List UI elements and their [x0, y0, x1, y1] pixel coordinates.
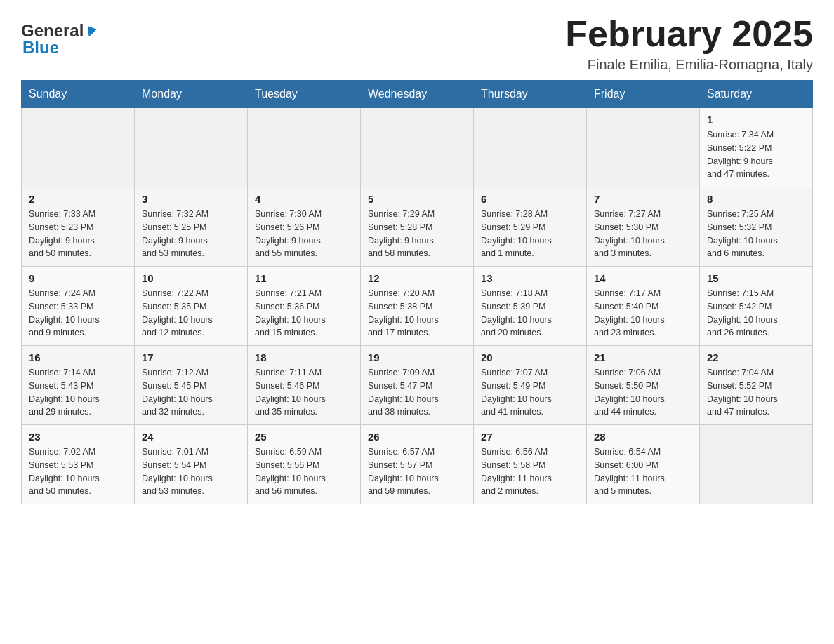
day-info: Sunrise: 7:32 AM Sunset: 5:25 PM Dayligh… [142, 208, 240, 260]
day-number: 6 [481, 193, 579, 205]
calendar-week-row: 1Sunrise: 7:34 AM Sunset: 5:22 PM Daylig… [22, 108, 813, 187]
day-info: Sunrise: 7:01 AM Sunset: 5:54 PM Dayligh… [142, 445, 240, 498]
header-monday: Monday [135, 81, 248, 108]
day-info: Sunrise: 7:21 AM Sunset: 5:36 PM Dayligh… [255, 287, 353, 340]
page-header: General Blue February 2025 Finale Emilia… [21, 14, 813, 73]
table-row: 19Sunrise: 7:09 AM Sunset: 5:47 PM Dayli… [361, 346, 474, 425]
table-row: 27Sunrise: 6:56 AM Sunset: 5:58 PM Dayli… [474, 425, 587, 504]
table-row: 21Sunrise: 7:06 AM Sunset: 5:50 PM Dayli… [587, 346, 700, 425]
table-row: 9Sunrise: 7:24 AM Sunset: 5:33 PM Daylig… [22, 267, 135, 346]
logo: General Blue [21, 14, 95, 58]
table-row: 24Sunrise: 7:01 AM Sunset: 5:54 PM Dayli… [135, 425, 248, 504]
day-number: 15 [707, 272, 805, 284]
table-row: 17Sunrise: 7:12 AM Sunset: 5:45 PM Dayli… [135, 346, 248, 425]
table-row: 22Sunrise: 7:04 AM Sunset: 5:52 PM Dayli… [700, 346, 813, 425]
table-row: 2Sunrise: 7:33 AM Sunset: 5:23 PM Daylig… [22, 187, 135, 267]
day-info: Sunrise: 7:15 AM Sunset: 5:42 PM Dayligh… [707, 287, 805, 340]
calendar-table: Sunday Monday Tuesday Wednesday Thursday… [21, 80, 813, 504]
title-block: February 2025 Finale Emilia, Emilia-Roma… [565, 14, 813, 73]
day-info: Sunrise: 7:33 AM Sunset: 5:23 PM Dayligh… [29, 208, 127, 260]
table-row: 23Sunrise: 7:02 AM Sunset: 5:53 PM Dayli… [22, 425, 135, 504]
table-row: 5Sunrise: 7:29 AM Sunset: 5:28 PM Daylig… [361, 187, 474, 267]
day-number: 3 [142, 193, 240, 205]
logo-triangle-icon [84, 26, 97, 39]
day-info: Sunrise: 7:12 AM Sunset: 5:45 PM Dayligh… [142, 366, 240, 419]
table-row: 3Sunrise: 7:32 AM Sunset: 5:25 PM Daylig… [135, 187, 248, 267]
table-row: 14Sunrise: 7:17 AM Sunset: 5:40 PM Dayli… [587, 267, 700, 346]
day-number: 27 [481, 431, 579, 443]
day-info: Sunrise: 7:06 AM Sunset: 5:50 PM Dayligh… [594, 366, 692, 419]
table-row: 1Sunrise: 7:34 AM Sunset: 5:22 PM Daylig… [700, 108, 813, 187]
day-number: 18 [255, 351, 353, 363]
calendar-week-row: 2Sunrise: 7:33 AM Sunset: 5:23 PM Daylig… [22, 187, 813, 267]
day-info: Sunrise: 7:02 AM Sunset: 5:53 PM Dayligh… [29, 445, 127, 498]
logo-blue-text: Blue [22, 38, 59, 58]
table-row: 10Sunrise: 7:22 AM Sunset: 5:35 PM Dayli… [135, 267, 248, 346]
day-info: Sunrise: 7:14 AM Sunset: 5:43 PM Dayligh… [29, 366, 127, 419]
day-number: 10 [142, 272, 240, 284]
header-friday: Friday [587, 81, 700, 108]
table-row: 20Sunrise: 7:07 AM Sunset: 5:49 PM Dayli… [474, 346, 587, 425]
table-row: 6Sunrise: 7:28 AM Sunset: 5:29 PM Daylig… [474, 187, 587, 267]
header-wednesday: Wednesday [361, 81, 474, 108]
day-number: 24 [142, 431, 240, 443]
table-row: 28Sunrise: 6:54 AM Sunset: 6:00 PM Dayli… [587, 425, 700, 504]
table-row: 11Sunrise: 7:21 AM Sunset: 5:36 PM Dayli… [248, 267, 361, 346]
day-info: Sunrise: 6:56 AM Sunset: 5:58 PM Dayligh… [481, 445, 579, 498]
day-info: Sunrise: 7:17 AM Sunset: 5:40 PM Dayligh… [594, 287, 692, 340]
day-number: 20 [481, 351, 579, 363]
header-thursday: Thursday [474, 81, 587, 108]
table-row: 26Sunrise: 6:57 AM Sunset: 5:57 PM Dayli… [361, 425, 474, 504]
calendar-week-row: 23Sunrise: 7:02 AM Sunset: 5:53 PM Dayli… [22, 425, 813, 504]
day-number: 23 [29, 431, 127, 443]
table-row: 15Sunrise: 7:15 AM Sunset: 5:42 PM Dayli… [700, 267, 813, 346]
calendar-week-row: 16Sunrise: 7:14 AM Sunset: 5:43 PM Dayli… [22, 346, 813, 425]
day-info: Sunrise: 7:34 AM Sunset: 5:22 PM Dayligh… [707, 128, 805, 181]
day-number: 9 [29, 272, 127, 284]
day-number: 28 [594, 431, 692, 443]
day-info: Sunrise: 7:30 AM Sunset: 5:26 PM Dayligh… [255, 208, 353, 260]
day-number: 11 [255, 272, 353, 284]
header-saturday: Saturday [700, 81, 813, 108]
day-info: Sunrise: 7:25 AM Sunset: 5:32 PM Dayligh… [707, 208, 805, 260]
day-number: 22 [707, 351, 805, 363]
table-row [361, 108, 474, 187]
day-info: Sunrise: 7:07 AM Sunset: 5:49 PM Dayligh… [481, 366, 579, 419]
day-number: 5 [368, 193, 466, 205]
day-number: 19 [368, 351, 466, 363]
table-row: 18Sunrise: 7:11 AM Sunset: 5:46 PM Dayli… [248, 346, 361, 425]
day-info: Sunrise: 7:29 AM Sunset: 5:28 PM Dayligh… [368, 208, 466, 260]
day-info: Sunrise: 7:22 AM Sunset: 5:35 PM Dayligh… [142, 287, 240, 340]
weekday-header-row: Sunday Monday Tuesday Wednesday Thursday… [22, 81, 813, 108]
table-row: 7Sunrise: 7:27 AM Sunset: 5:30 PM Daylig… [587, 187, 700, 267]
day-number: 7 [594, 193, 692, 205]
table-row [587, 108, 700, 187]
table-row: 8Sunrise: 7:25 AM Sunset: 5:32 PM Daylig… [700, 187, 813, 267]
table-row [700, 425, 813, 504]
day-info: Sunrise: 7:18 AM Sunset: 5:39 PM Dayligh… [481, 287, 579, 340]
table-row [22, 108, 135, 187]
day-number: 14 [594, 272, 692, 284]
table-row: 13Sunrise: 7:18 AM Sunset: 5:39 PM Dayli… [474, 267, 587, 346]
table-row: 12Sunrise: 7:20 AM Sunset: 5:38 PM Dayli… [361, 267, 474, 346]
day-info: Sunrise: 7:24 AM Sunset: 5:33 PM Dayligh… [29, 287, 127, 340]
day-number: 2 [29, 193, 127, 205]
day-number: 26 [368, 431, 466, 443]
day-number: 4 [255, 193, 353, 205]
calendar-week-row: 9Sunrise: 7:24 AM Sunset: 5:33 PM Daylig… [22, 267, 813, 346]
day-info: Sunrise: 6:54 AM Sunset: 6:00 PM Dayligh… [594, 445, 692, 498]
day-info: Sunrise: 7:27 AM Sunset: 5:30 PM Dayligh… [594, 208, 692, 260]
day-info: Sunrise: 7:09 AM Sunset: 5:47 PM Dayligh… [368, 366, 466, 419]
day-number: 12 [368, 272, 466, 284]
day-number: 8 [707, 193, 805, 205]
table-row: 25Sunrise: 6:59 AM Sunset: 5:56 PM Dayli… [248, 425, 361, 504]
day-info: Sunrise: 7:04 AM Sunset: 5:52 PM Dayligh… [707, 366, 805, 419]
table-row [474, 108, 587, 187]
day-number: 21 [594, 351, 692, 363]
table-row: 4Sunrise: 7:30 AM Sunset: 5:26 PM Daylig… [248, 187, 361, 267]
day-info: Sunrise: 6:59 AM Sunset: 5:56 PM Dayligh… [255, 445, 353, 498]
day-number: 17 [142, 351, 240, 363]
table-row [135, 108, 248, 187]
table-row [248, 108, 361, 187]
day-info: Sunrise: 6:57 AM Sunset: 5:57 PM Dayligh… [368, 445, 466, 498]
